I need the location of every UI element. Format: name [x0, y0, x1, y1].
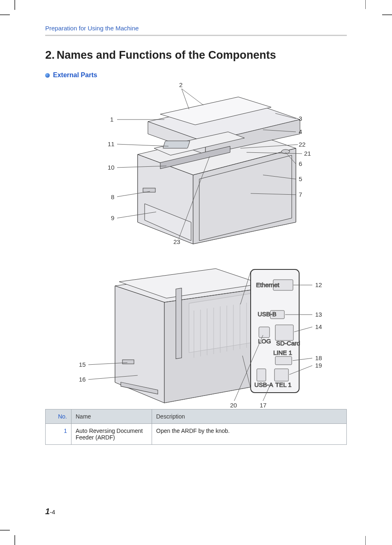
callout-num: 19 [315, 362, 322, 369]
callout-num: 18 [315, 354, 322, 361]
port-label-usb-b: USB-B [258, 310, 277, 317]
callout-num: 3 [299, 115, 302, 122]
callout-num: 21 [304, 150, 311, 157]
callout-num: 6 [299, 160, 302, 167]
svg-line-22 [182, 89, 203, 105]
callout-num: 10 [108, 164, 115, 171]
printer-front-illustration: 1 11 10 8 9 2 3 4 22 21 6 [99, 80, 312, 245]
section-number: 2. [45, 48, 55, 61]
port-label-log: LOG [258, 338, 271, 345]
th-name: Name [71, 409, 152, 424]
page-number-page: -4 [50, 508, 55, 515]
svg-rect-54 [275, 325, 293, 340]
callout-num: 5 [299, 175, 302, 182]
port-label-line1: LINE 1 [273, 349, 292, 356]
callout-num: 9 [111, 214, 114, 221]
callout-num: 4 [299, 128, 302, 135]
callout-num: 1 [110, 116, 113, 123]
printer-rear-illustration: Ethernet USB-B LOG SD-Card LINE 1 USB-A … [66, 261, 329, 409]
cell-no: 1 [46, 424, 71, 445]
page-number: 1-4 [45, 507, 55, 516]
svg-rect-53 [259, 327, 270, 338]
th-desc: Description [152, 409, 347, 424]
callout-num: 22 [299, 141, 306, 148]
figure-area: 1 11 10 8 9 2 3 4 22 21 6 [45, 80, 347, 405]
cell-desc: Open the ARDF by the knob. [152, 424, 347, 445]
svg-rect-37 [189, 293, 255, 352]
bullet-icon [45, 73, 50, 78]
callout-num: 20 [230, 402, 237, 409]
subsection-heading: External Parts [45, 71, 347, 79]
callout-num: 11 [108, 140, 115, 147]
port-label-tel1: TEL 1 [275, 381, 291, 388]
callout-num: 8 [111, 193, 114, 200]
callout-num: 15 [79, 361, 86, 368]
callout-num: 2 [179, 81, 182, 88]
section-heading: 2. Names and Functions of the Components [45, 48, 347, 62]
svg-rect-48 [122, 360, 134, 364]
svg-rect-57 [274, 369, 288, 381]
callout-num: 7 [299, 191, 302, 198]
svg-rect-47 [176, 288, 182, 359]
table-row: 1 Auto Reversing Document Feeder (ARDF) … [46, 424, 347, 445]
callout-num: 17 [260, 402, 267, 409]
table-header-row: No. Name Description [46, 409, 347, 424]
callout-num: 23 [173, 238, 180, 245]
callout-num: 14 [315, 323, 322, 330]
svg-rect-12 [163, 141, 190, 148]
page-number-chapter: 1 [45, 507, 50, 516]
callout-num: 13 [315, 311, 322, 318]
port-label-sd: SD-Card [276, 340, 300, 347]
svg-rect-56 [257, 369, 266, 381]
components-table: No. Name Description 1 Auto Reversing Do… [45, 409, 347, 445]
th-no: No. [46, 409, 71, 424]
svg-line-17 [117, 144, 168, 146]
svg-line-21 [182, 89, 189, 109]
header-rule [45, 35, 347, 36]
cell-name: Auto Reversing Document Feeder (ARDF) [71, 424, 152, 445]
port-label-ethernet: Ethernet [256, 281, 280, 288]
callout-num: 12 [315, 281, 322, 288]
svg-rect-55 [275, 356, 292, 365]
running-head: Preparation for Using the Machine [45, 25, 347, 35]
section-title: Names and Functions of the Components [57, 49, 276, 61]
subsection-title: External Parts [53, 71, 97, 79]
callout-num: 16 [79, 376, 86, 383]
